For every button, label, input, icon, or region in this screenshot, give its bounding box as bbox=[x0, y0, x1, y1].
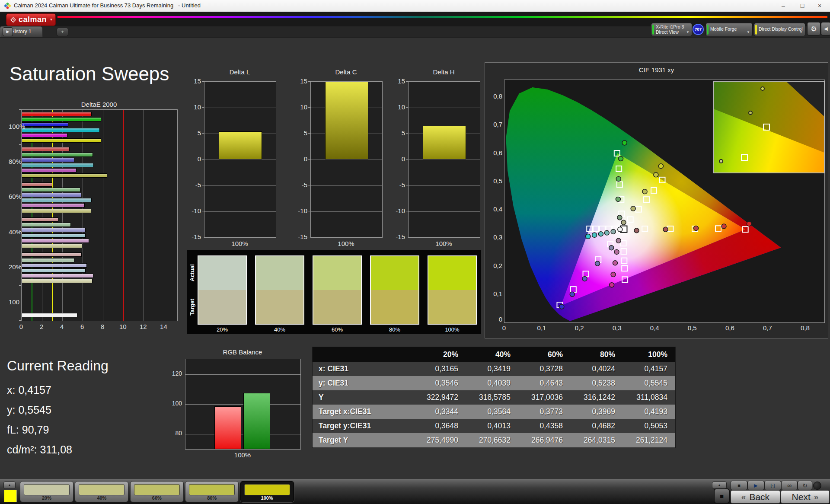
meter-count-badge[interactable]: 707 bbox=[693, 24, 704, 35]
transport-refresh-button[interactable]: ↻ bbox=[798, 481, 812, 490]
cie-zoom-inset bbox=[713, 81, 825, 173]
delta_c-ytick-label: 15 bbox=[297, 77, 307, 85]
table-value-cell: 0,4157 bbox=[623, 362, 675, 376]
close-button[interactable]: × bbox=[811, 0, 828, 11]
delta_l-title: Delta L bbox=[204, 68, 275, 76]
pattern-button-20%[interactable]: 20% bbox=[20, 481, 73, 502]
deltae-group-label: 100% bbox=[9, 123, 19, 130]
delta_c-bar bbox=[325, 82, 368, 159]
delta_l-bar bbox=[219, 131, 262, 159]
pattern-label: 80% bbox=[185, 495, 238, 501]
delta_c-ytick-dash bbox=[308, 133, 310, 134]
tab-nav-arrow-button[interactable]: ▶ bbox=[3, 27, 13, 36]
inset-measured-marker bbox=[719, 159, 723, 163]
next-button[interactable]: Next » bbox=[781, 490, 830, 504]
pattern-swatch bbox=[24, 484, 70, 495]
table-header-cell bbox=[313, 347, 414, 362]
cie-measured-marker-red bbox=[694, 226, 699, 231]
cie-measured-marker-magenta bbox=[613, 261, 617, 265]
maximize-button[interactable]: □ bbox=[794, 0, 811, 11]
settings-gear-button[interactable]: ⚙ bbox=[807, 22, 820, 35]
delta_c-ytick-label: 10 bbox=[297, 103, 307, 111]
delta_c-title: Delta C bbox=[310, 68, 382, 76]
table-header-cell: 40% bbox=[466, 347, 518, 362]
cie-xtick-label: 0,5 bbox=[684, 324, 700, 332]
table-value-cell: 0,3165 bbox=[414, 362, 466, 376]
delta_l-ytick-label: 5 bbox=[190, 129, 201, 137]
deltae-bar bbox=[22, 112, 92, 116]
source-device-dropdown[interactable]: Mobile Forge ▼ bbox=[706, 23, 753, 36]
current-reading-block: Current Reading x: 0,4157y: 0,5545fL: 90… bbox=[7, 358, 171, 466]
pattern-swatch bbox=[79, 484, 124, 495]
stop-measurement-button[interactable]: ■ bbox=[714, 488, 730, 504]
transport-marker-button[interactable]: [·] bbox=[764, 481, 781, 490]
pattern-button-80%[interactable]: 80% bbox=[185, 481, 239, 502]
table-header-cell: 60% bbox=[518, 347, 571, 362]
delta_h-gridline bbox=[409, 185, 480, 186]
deltae-bar bbox=[22, 228, 86, 232]
transport-loop-button[interactable]: ∞ bbox=[781, 481, 798, 490]
next-button-label: Next bbox=[792, 492, 811, 502]
table-value-cell: 311,0834 bbox=[623, 390, 675, 405]
source-status-accent bbox=[707, 25, 709, 35]
delta_l-ytick-label: 0 bbox=[190, 155, 201, 163]
delta_l-plot-area bbox=[204, 81, 276, 238]
back-button[interactable]: « Back bbox=[731, 490, 780, 504]
meter-device-line2: Direct View bbox=[656, 29, 684, 35]
deltae-bar bbox=[22, 188, 80, 192]
window-title: Calman 2024 Calman Ultimate for Business… bbox=[14, 2, 201, 9]
deltae-ytick-dash bbox=[19, 285, 21, 286]
cie-measured-marker-red bbox=[747, 221, 751, 226]
active-pattern-color-swatch[interactable] bbox=[4, 490, 17, 502]
delta_l-gridline bbox=[204, 185, 276, 186]
swatch-percent-label: 60% bbox=[313, 326, 362, 333]
pattern-panel-up-button[interactable]: ▲ bbox=[3, 482, 16, 489]
delta_h-ytick-dash bbox=[406, 133, 408, 134]
pattern-button-40%[interactable]: 40% bbox=[75, 481, 128, 502]
collapse-panel-button[interactable]: ◀ bbox=[821, 22, 830, 35]
swatch-actual-color bbox=[256, 256, 303, 290]
deltae-bar bbox=[22, 158, 74, 162]
measurement-table: 20%40%60%80%100%x: CIE310,31650,34190,37… bbox=[312, 347, 676, 448]
delta_l-ytick-dash bbox=[202, 237, 204, 237]
deltae-bar bbox=[22, 153, 93, 157]
add-tab-button[interactable]: + bbox=[57, 28, 68, 36]
table-row-label: Target x:CIE31 bbox=[313, 405, 414, 419]
calman-menu-button[interactable]: calman ▼ bbox=[6, 13, 56, 26]
table-value-cell: 0,3546 bbox=[414, 376, 466, 390]
transport-up-button[interactable]: ▲ bbox=[712, 482, 727, 489]
delta_l-gridline bbox=[204, 211, 276, 212]
deltae-bar bbox=[22, 133, 67, 137]
cie-xtick-label: 0,2 bbox=[571, 324, 587, 332]
pattern-button-100%[interactable]: 100% bbox=[240, 481, 294, 502]
table-value-cell: 266,9476 bbox=[518, 433, 571, 447]
table-value-cell: 0,4193 bbox=[623, 405, 675, 419]
swatch-actual-color bbox=[313, 256, 361, 290]
deltae-ytick-dash bbox=[19, 250, 21, 250]
delta_l-ytick-label: 10 bbox=[190, 103, 201, 111]
page-title: Saturation Sweeps bbox=[10, 63, 169, 85]
rgb-xcategory-label: 100% bbox=[185, 451, 300, 459]
deltae-gridline bbox=[144, 110, 144, 321]
display-control-dropdown[interactable]: Direct Display Control ▼ bbox=[754, 23, 805, 36]
current-reading-line: fL: 90,79 bbox=[7, 424, 49, 436]
rgb-gridline bbox=[185, 404, 300, 405]
minimize-button[interactable]: – bbox=[775, 0, 792, 11]
cie-measured-marker-magenta bbox=[614, 249, 619, 254]
cie-measured-marker-blue bbox=[609, 246, 614, 250]
window-titlebar: Calman 2024 Calman Ultimate for Business… bbox=[0, 0, 830, 12]
transport-stop-button[interactable]: ■ bbox=[731, 481, 747, 490]
delta_h-ytick-label: 15 bbox=[394, 77, 405, 85]
pattern-button-60%[interactable]: 60% bbox=[130, 481, 184, 502]
table-value-cell: 316,1242 bbox=[571, 390, 623, 405]
meter-status-accent bbox=[652, 25, 654, 35]
table-value-cell: 0,4358 bbox=[518, 419, 571, 433]
meter-device-dropdown[interactable]: X-Rite i1Pro 3 Direct View ▼ bbox=[651, 23, 692, 36]
transport-play-button[interactable]: ▶ bbox=[747, 481, 764, 490]
table-value-cell: 0,4682 bbox=[571, 419, 623, 433]
cie-xtick-label: 0,6 bbox=[722, 324, 737, 332]
rgb-gridline bbox=[185, 374, 300, 375]
cie-measured-marker-yellow bbox=[658, 164, 663, 169]
deltae-bar bbox=[22, 268, 86, 273]
cie-measured-marker-yellow bbox=[654, 172, 658, 177]
